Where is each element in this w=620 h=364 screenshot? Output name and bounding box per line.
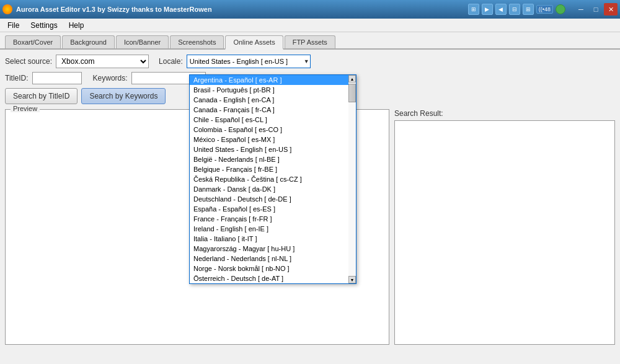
dropdown-item-19[interactable]: Norge - Norsk bokmål [ nb-NO ] bbox=[190, 264, 356, 273]
tb-icon-2[interactable]: ▶ bbox=[482, 4, 493, 15]
dropdown-item-3[interactable]: Canada - Français [ fr-CA ] bbox=[190, 105, 356, 115]
close-button[interactable]: ✕ bbox=[604, 3, 618, 16]
source-row: Select source: Xbox.com Locale: Argentin… bbox=[5, 55, 615, 68]
toolbar-icons: ⊞ ▶ ◀ ⊟ ⊞ ((•48 bbox=[468, 4, 565, 15]
dropdown-item-7[interactable]: United States - English [ en-US ] bbox=[190, 144, 356, 154]
preview-label: Preview bbox=[11, 105, 40, 112]
dropdown-item-8[interactable]: België - Nederlands [ nl-BE ] bbox=[190, 154, 356, 164]
search-result-label: Search Result: bbox=[394, 109, 615, 118]
tabs-bar: Boxart/Cover Background Icon/Banner Scre… bbox=[0, 32, 620, 50]
dropdown-item-15[interactable]: Ireland - English [ en-IE ] bbox=[190, 224, 356, 234]
menu-settings[interactable]: Settings bbox=[25, 20, 62, 31]
tab-screenshots[interactable]: Screenshots bbox=[170, 35, 224, 48]
titleid-input[interactable] bbox=[32, 72, 82, 84]
maximize-button[interactable]: □ bbox=[589, 3, 603, 16]
dropdown-item-6[interactable]: México - Español [ es-MX ] bbox=[190, 135, 356, 144]
scrollbar-up-button[interactable]: ▲ bbox=[348, 75, 356, 82]
scrollbar-down-button[interactable]: ▼ bbox=[348, 276, 356, 283]
tb-icon-5[interactable]: ⊞ bbox=[523, 4, 534, 15]
dropdown-item-17[interactable]: Magyarország - Magyar [ hu-HU ] bbox=[190, 244, 356, 254]
app-icon bbox=[2, 4, 12, 14]
dropdown-list: Argentina - Español [ es-AR ]Brasil - Po… bbox=[190, 75, 356, 283]
dropdown-item-5[interactable]: Colombia - Español [ es-CO ] bbox=[190, 125, 356, 135]
scrollbar[interactable]: ▲ ▼ bbox=[348, 75, 356, 283]
tab-ftp-assets[interactable]: FTP Assets bbox=[285, 35, 335, 48]
dropdown-item-18[interactable]: Nederland - Nederlands [ nl-NL ] bbox=[190, 254, 356, 264]
dropdown-item-9[interactable]: Belgique - Français [ fr-BE ] bbox=[190, 164, 356, 174]
scrollbar-track bbox=[348, 82, 356, 276]
main-content: Select source: Xbox.com Locale: Argentin… bbox=[0, 50, 620, 350]
tb-icon-4[interactable]: ⊟ bbox=[509, 4, 520, 15]
tb-icon-1[interactable]: ⊞ bbox=[468, 4, 479, 15]
menu-file[interactable]: File bbox=[2, 20, 24, 31]
window-controls: ─ □ ✕ bbox=[574, 3, 618, 16]
dropdown-item-13[interactable]: España - Español [ es-ES ] bbox=[190, 204, 356, 214]
title-text: Aurora Asset Editor v1.3 by Swizzy thank… bbox=[16, 6, 212, 13]
locale-wrapper: Argentina - Español [ es-AR ]Brasil - Po… bbox=[187, 55, 311, 68]
locale-select[interactable]: Argentina - Español [ es-AR ]Brasil - Po… bbox=[187, 55, 311, 68]
tab-online-assets[interactable]: Online Assets bbox=[225, 35, 283, 50]
keywords-label: Keywords: bbox=[93, 74, 128, 82]
scrollbar-thumb[interactable] bbox=[348, 84, 356, 102]
search-result-box bbox=[394, 120, 615, 345]
tb-icon-3[interactable]: ◀ bbox=[495, 4, 507, 15]
tb-green-indicator bbox=[556, 4, 565, 14]
titleid-label: TitleID: bbox=[5, 74, 29, 82]
tab-boxart[interactable]: Boxart/Cover bbox=[5, 35, 61, 48]
dropdown-item-0[interactable]: Argentina - Español [ es-AR ] bbox=[190, 75, 356, 85]
tb-badge: ((•48 bbox=[536, 5, 553, 14]
dropdown-item-4[interactable]: Chile - Español [ es-CL ] bbox=[190, 115, 356, 125]
dropdown-item-2[interactable]: Canada - English [ en-CA ] bbox=[190, 95, 356, 105]
minimize-button[interactable]: ─ bbox=[574, 3, 588, 16]
menu-help[interactable]: Help bbox=[64, 20, 89, 31]
dropdown-item-11[interactable]: Danmark - Dansk [ da-DK ] bbox=[190, 184, 356, 194]
source-label: Select source: bbox=[5, 57, 52, 66]
dropdown-item-10[interactable]: Česká Republika - Čeština [ cs-CZ ] bbox=[190, 174, 356, 184]
tab-background[interactable]: Background bbox=[62, 35, 115, 48]
dropdown-item-20[interactable]: Österreich - Deutsch [ de-AT ] bbox=[190, 273, 356, 283]
title-bar-left: Aurora Asset Editor v1.3 by Swizzy thank… bbox=[2, 4, 212, 14]
dropdown-item-1[interactable]: Brasil - Português [ pt-BR ] bbox=[190, 85, 356, 95]
dropdown-item-16[interactable]: Italia - Italiano [ it-IT ] bbox=[190, 234, 356, 244]
title-bar: Aurora Asset Editor v1.3 by Swizzy thank… bbox=[0, 0, 620, 19]
dropdown-item-14[interactable]: France - Français [ fr-FR ] bbox=[190, 214, 356, 224]
locale-label: Locale: bbox=[159, 57, 183, 66]
menu-bar: File Settings Help bbox=[0, 19, 620, 32]
search-keywords-button[interactable]: Search by Keywords bbox=[81, 88, 166, 104]
tab-icon-banner[interactable]: Icon/Banner bbox=[116, 35, 169, 48]
locale-dropdown[interactable]: Argentina - Español [ es-AR ]Brasil - Po… bbox=[189, 74, 356, 284]
search-result-area: Search Result: bbox=[394, 109, 615, 345]
source-select[interactable]: Xbox.com bbox=[56, 55, 149, 68]
dropdown-item-12[interactable]: Deutschland - Deutsch [ de-DE ] bbox=[190, 194, 356, 204]
search-titleid-button[interactable]: Search by TitleID bbox=[5, 88, 78, 104]
